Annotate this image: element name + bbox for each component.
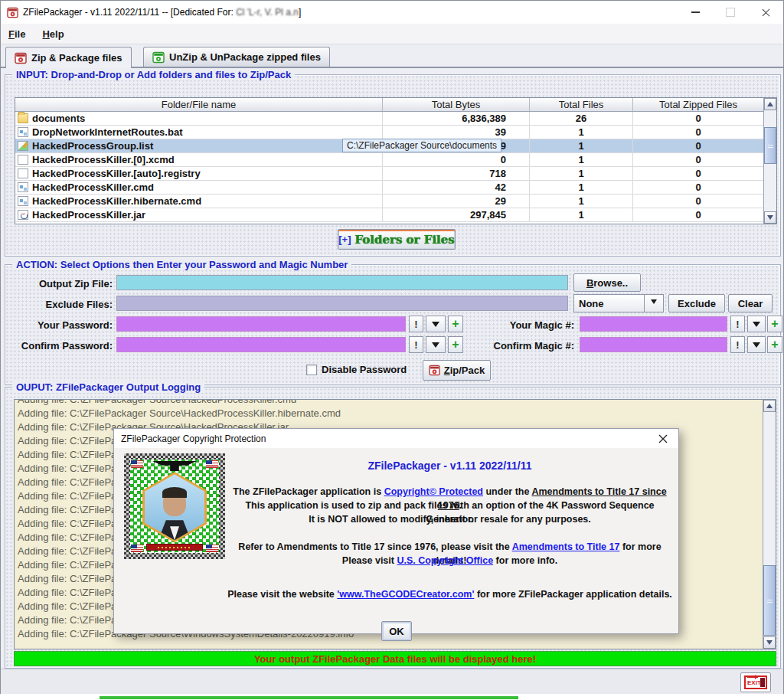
dialog-link[interactable]: Copyright© Protected	[384, 486, 483, 497]
copyright-dialog: ZFilePackager Copyright Protection	[113, 428, 679, 634]
scroll-down-button[interactable]	[764, 211, 776, 224]
us-flag-icon	[131, 460, 143, 468]
table-row[interactable]: documents 6,836,389 26 0	[15, 112, 763, 126]
exit-button[interactable]: EXIT	[740, 672, 771, 692]
browse-button[interactable]: Browse..	[573, 273, 641, 292]
magic-history-dropdown-button[interactable]	[747, 316, 766, 332]
exclude-files-input[interactable]	[116, 296, 568, 311]
zip-pack-button[interactable]: Zip/Pack	[423, 360, 491, 381]
menu-help[interactable]: Help	[42, 28, 64, 40]
total-bytes-value: 42	[383, 181, 530, 194]
log-line: Adding file: C:\ZFilePackager Source\Hac…	[18, 400, 354, 407]
your-magic-input[interactable]	[580, 316, 727, 332]
total-zipped-value: 0	[633, 167, 763, 180]
close-button[interactable]	[748, 1, 783, 24]
dialog-link[interactable]: Amendments to Title 17	[512, 541, 620, 552]
password-generate-button[interactable]: +	[448, 316, 463, 332]
table-scrollbar[interactable]	[763, 98, 776, 224]
minimize-button[interactable]	[678, 1, 713, 24]
your-magic-label: Your Magic #:	[476, 319, 574, 331]
col-total-bytes[interactable]: Total Bytes	[383, 98, 530, 111]
confirm-password-dropdown-button[interactable]	[426, 336, 446, 353]
dropdown-value: None	[574, 295, 644, 312]
col-total-zipped-files[interactable]: Total Zipped Files	[633, 98, 763, 111]
dialog-paragraph-3: Please visit the website 'www.TheGCODECr…	[227, 587, 672, 601]
file-type-icon	[18, 113, 28, 123]
output-zip-file-input[interactable]	[116, 275, 568, 290]
confirm-password-input[interactable]	[116, 337, 406, 352]
tab-zip-package[interactable]: Zip & Package files	[5, 47, 132, 68]
path-tooltip: C:\ZFilePackager Source\documents	[342, 139, 501, 152]
dialog-link[interactable]: U.S. Copyright Office	[397, 555, 493, 566]
total-bytes-value: 39	[383, 126, 530, 139]
confirm-magic-generate-button[interactable]: +	[767, 336, 782, 353]
table-row[interactable]: HackedProcessKiller.[0].xcmd 0 1 0	[15, 153, 763, 167]
total-zipped-value: 0	[633, 126, 763, 139]
file-name: HackedProcessKiller.[0].xcmd	[32, 154, 175, 165]
us-flag-icon	[131, 545, 143, 552]
scrollbar-thumb[interactable]	[764, 127, 776, 164]
password-bang-button[interactable]: !	[409, 316, 423, 332]
confirm-magic-bang-button[interactable]: !	[730, 336, 745, 353]
clear-button[interactable]: Clear	[728, 294, 773, 312]
log-scrollbar[interactable]	[763, 400, 776, 649]
maximize-icon	[726, 8, 735, 17]
dialog-body: ZFilePackager - v1.11 2022/11/11 The ZFi…	[114, 448, 678, 633]
your-password-input[interactable]	[116, 316, 406, 332]
magic-generate-button[interactable]: +	[767, 316, 782, 332]
close-icon	[658, 434, 668, 443]
log-scrollbar-thumb[interactable]	[763, 565, 776, 636]
dialog-close-button[interactable]	[655, 430, 671, 447]
input-panel: INPUT: Drop-and-Drop or Add folders and …	[5, 74, 781, 257]
table-row[interactable]: DropNetworkInternetRoutes.bat 39 1 0	[15, 126, 763, 139]
col-folder-file-name[interactable]: Folder/File name	[15, 98, 383, 111]
table-row[interactable]: HackedProcessKiller.[auto].registry 718 …	[15, 167, 763, 181]
output-panel-title: OUPUT: ZFilePackager Output Logging	[12, 381, 204, 393]
action-panel: ACTION: Select Options then Enter your P…	[5, 264, 781, 385]
chevron-down-icon	[651, 299, 657, 307]
log-scroll-down-button[interactable]	[763, 636, 776, 649]
dialog-link[interactable]: 'www.TheGCODECreator.com'	[337, 589, 474, 600]
portrait-qr-image	[124, 453, 225, 559]
magic-bang-button[interactable]: !	[730, 316, 745, 332]
close-icon	[761, 8, 771, 18]
confirm-magic-dropdown-button[interactable]	[747, 336, 766, 353]
dropdown-arrow[interactable]	[644, 295, 663, 312]
dialog-heading: ZFilePackager - v1.11 2022/11/11	[227, 459, 672, 473]
menu-file[interactable]: File	[8, 28, 25, 40]
chevron-down-icon	[432, 342, 439, 352]
log-scroll-up-button[interactable]	[763, 400, 776, 412]
file-type-icon	[18, 141, 28, 151]
arrow-down-icon	[767, 215, 773, 223]
confirm-magic-input[interactable]	[580, 337, 727, 352]
eagle-emblem-icon	[152, 461, 197, 471]
total-bytes-value: 0	[383, 153, 530, 166]
scroll-up-button[interactable]	[764, 98, 776, 110]
total-zipped-value: 0	[633, 153, 763, 166]
total-bytes-value: 297,845	[383, 208, 530, 221]
total-zipped-value: 0	[633, 195, 763, 208]
maximize-button[interactable]	[713, 1, 748, 24]
disable-password-checkbox[interactable]	[306, 365, 317, 375]
total-files-value: 26	[530, 112, 633, 125]
hexagon-frame	[142, 472, 207, 542]
add-folders-or-files-button[interactable]: [+] Folders or Files	[338, 229, 456, 250]
total-zipped-value: 0	[633, 139, 763, 152]
arrow-down-icon	[766, 640, 773, 648]
table-row[interactable]: HackedProcessKiller.hibernate.cmd 29 1 0	[15, 195, 763, 208]
col-total-files[interactable]: Total Files	[530, 98, 633, 111]
tab-label: Zip & Package files	[31, 52, 122, 64]
tab-unzip-unpackage[interactable]: UnZip & UnPackage zipped files	[143, 47, 330, 67]
password-history-dropdown-button[interactable]	[426, 316, 446, 332]
ok-button[interactable]: OK	[381, 621, 412, 641]
exclude-type-dropdown[interactable]: None	[573, 294, 664, 312]
table-row[interactable]: HackedProcessKiller.jar 297,845 1 0	[15, 208, 763, 222]
action-panel-title: ACTION: Select Options then Enter your P…	[12, 259, 351, 270]
total-files-value: 1	[530, 208, 633, 221]
table-row[interactable]: HackedProcessKiller.cmd 42 1 0	[15, 181, 763, 195]
zip-tab-icon	[15, 52, 27, 64]
exclude-button[interactable]: Exclude	[668, 294, 725, 312]
confirm-password-bang-button[interactable]: !	[409, 336, 423, 353]
confirm-password-generate-button[interactable]: +	[448, 336, 463, 353]
exit-door-icon	[760, 678, 765, 687]
